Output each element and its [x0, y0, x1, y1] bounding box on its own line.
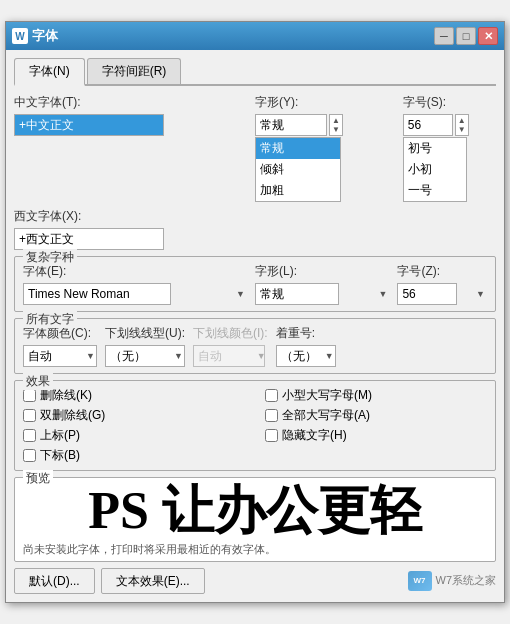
subscript-checkbox[interactable] — [23, 449, 36, 462]
double-strikethrough-checkbox[interactable] — [23, 409, 36, 422]
complex-style-label: 字形(L): — [255, 263, 389, 280]
style-select-wrapper: 常规 倾斜 加粗 — [255, 114, 327, 136]
complex-row: 字体(E): Times New Roman ▼ 字形(L): 常规 — [23, 263, 487, 305]
complex-font-select[interactable]: Times New Roman — [23, 283, 171, 305]
complex-style-group: 字形(L): 常规 ▼ — [255, 263, 389, 305]
all-text-label: 所有文字 — [23, 311, 77, 328]
western-font-group: 西文字体(X): +西文正文 — [14, 208, 496, 250]
dialog-content: 字体(N) 字符间距(R) 中文字体(T): +中文正文 字形(Y): 常规 — [6, 50, 504, 601]
all-text-row: 字体颜色(C): 自动 ▼ 下划线线型(U): （无） ▼ — [23, 325, 487, 367]
chinese-font-select[interactable]: +中文正文 — [14, 114, 164, 136]
preview-text: PS 让办公更轻 — [23, 482, 487, 539]
bottom-buttons: 默认(D)... 文本效果(E)... — [14, 568, 205, 594]
tab-bar: 字体(N) 字符间距(R) — [14, 58, 496, 86]
size-item-3[interactable]: 一号 — [404, 180, 466, 201]
all-caps-checkbox[interactable] — [265, 409, 278, 422]
all-text-section: 所有文字 字体颜色(C): 自动 ▼ 下划线线型(U): （无） — [14, 318, 496, 374]
superscript-label: 上标(P) — [40, 427, 80, 444]
preview-label: 预览 — [23, 470, 53, 487]
size-input[interactable] — [403, 114, 453, 136]
emphasis-label: 着重号: — [276, 325, 336, 342]
maximize-button[interactable]: □ — [456, 27, 476, 45]
style-item-bold[interactable]: 加粗 — [256, 180, 340, 201]
underline-label: 下划线线型(U): — [105, 325, 185, 342]
complex-font-arrow: ▼ — [236, 289, 245, 299]
style-item-regular[interactable]: 常规 — [256, 138, 340, 159]
style-item-italic[interactable]: 倾斜 — [256, 159, 340, 180]
small-caps-label: 小型大写字母(M) — [282, 387, 372, 404]
emphasis-select[interactable]: （无） — [276, 345, 336, 367]
watermark-area: W7 W7系统之家 — [408, 571, 497, 591]
complex-script-section: 复杂字种 字体(E): Times New Roman ▼ 字形(L): — [14, 256, 496, 312]
western-font-row: 西文字体(X): +西文正文 — [14, 208, 496, 250]
small-caps-checkbox[interactable] — [265, 389, 278, 402]
underline-group: 下划线线型(U): （无） ▼ — [105, 325, 185, 367]
window-title: 字体 — [32, 27, 58, 45]
watermark-text: W7系统之家 — [436, 573, 497, 588]
size-item-2[interactable]: 小初 — [404, 159, 466, 180]
font-dialog: W 字体 ─ □ ✕ 字体(N) 字符间距(R) 中文字体(T): +中文正文 — [5, 21, 505, 602]
preview-note: 尚未安装此字体，打印时将采用最相近的有效字体。 — [23, 542, 487, 557]
titlebar-left: W 字体 — [12, 27, 58, 45]
complex-size-select[interactable]: 56 — [397, 283, 457, 305]
size-listbox[interactable]: 初号 小初 一号 — [403, 137, 467, 202]
color-group: 字体颜色(C): 自动 ▼ — [23, 325, 97, 367]
all-caps-row: 全部大写字母(A) — [265, 407, 487, 424]
superscript-checkbox[interactable] — [23, 429, 36, 442]
style-label: 字形(Y): — [255, 94, 395, 111]
underline-select[interactable]: （无） — [105, 345, 185, 367]
size-item-1[interactable]: 初号 — [404, 138, 466, 159]
superscript-row: 上标(P) — [23, 427, 245, 444]
titlebar: W 字体 ─ □ ✕ — [6, 22, 504, 50]
hidden-checkbox[interactable] — [265, 429, 278, 442]
effects-grid: 删除线(K) 小型大写字母(M) 双删除线(G) 全部大写字母(A) 上标(P) — [23, 387, 487, 464]
size-label: 字号(S): — [403, 94, 496, 111]
strikethrough-checkbox[interactable] — [23, 389, 36, 402]
bottom-area: 默认(D)... 文本效果(E)... W7 W7系统之家 — [14, 568, 496, 594]
size-scrollbar[interactable]: ▲ ▼ — [455, 114, 469, 136]
underline-color-group: 下划线颜色(I): 自动 ▼ — [193, 325, 268, 367]
complex-size-label: 字号(Z): — [397, 263, 487, 280]
tab-font[interactable]: 字体(N) — [14, 58, 85, 86]
style-scrollbar[interactable]: ▲ ▼ — [329, 114, 343, 136]
strikethrough-row: 删除线(K) — [23, 387, 245, 404]
hidden-label: 隐藏文字(H) — [282, 427, 347, 444]
close-button[interactable]: ✕ — [478, 27, 498, 45]
app-icon: W — [12, 28, 28, 44]
top-row: 中文字体(T): +中文正文 字形(Y): 常规 倾斜 加粗 — [14, 94, 496, 202]
size-group: 字号(S): ▲ ▼ 初号 小初 一号 — [403, 94, 496, 202]
text-effects-button[interactable]: 文本效果(E)... — [101, 568, 205, 594]
underline-color-select[interactable]: 自动 — [193, 345, 265, 367]
chinese-font-label: 中文字体(T): — [14, 94, 247, 111]
complex-font-group: 字体(E): Times New Roman ▼ — [23, 263, 247, 305]
style-listbox[interactable]: 常规 倾斜 加粗 — [255, 137, 341, 202]
tab-spacing[interactable]: 字符间距(R) — [87, 58, 182, 84]
complex-script-label: 复杂字种 — [23, 249, 77, 266]
complex-size-arrow: ▼ — [476, 289, 485, 299]
western-font-select-wrapper: +西文正文 — [14, 228, 496, 250]
default-button[interactable]: 默认(D)... — [14, 568, 95, 594]
subscript-row: 下标(B) — [23, 447, 245, 464]
hidden-row: 隐藏文字(H) — [265, 427, 487, 444]
western-font-select[interactable]: +西文正文 — [14, 228, 164, 250]
color-select-wrapper: 自动 ▼ — [23, 345, 97, 367]
complex-font-select-wrapper: Times New Roman ▼ — [23, 283, 247, 305]
preview-section: 预览 PS 让办公更轻 尚未安装此字体，打印时将采用最相近的有效字体。 — [14, 477, 496, 561]
style-select[interactable]: 常规 倾斜 加粗 — [255, 114, 327, 136]
complex-style-select-wrapper: 常规 ▼ — [255, 283, 389, 305]
emphasis-select-wrapper: （无） ▼ — [276, 345, 336, 367]
double-strikethrough-row: 双删除线(G) — [23, 407, 245, 424]
complex-style-arrow: ▼ — [378, 289, 387, 299]
all-caps-label: 全部大写字母(A) — [282, 407, 370, 424]
effects-section: 效果 删除线(K) 小型大写字母(M) 双删除线(G) 全部大写字母(A) — [14, 380, 496, 471]
complex-size-select-wrapper: 56 ▼ — [397, 283, 487, 305]
underline-color-select-wrapper: 自动 ▼ — [193, 345, 268, 367]
minimize-button[interactable]: ─ — [434, 27, 454, 45]
emphasis-group: 着重号: （无） ▼ — [276, 325, 336, 367]
underline-select-wrapper: （无） ▼ — [105, 345, 185, 367]
western-font-label: 西文字体(X): — [14, 208, 496, 225]
color-select[interactable]: 自动 — [23, 345, 97, 367]
double-strikethrough-label: 双删除线(G) — [40, 407, 105, 424]
window-controls: ─ □ ✕ — [434, 27, 498, 45]
complex-style-select[interactable]: 常规 — [255, 283, 339, 305]
